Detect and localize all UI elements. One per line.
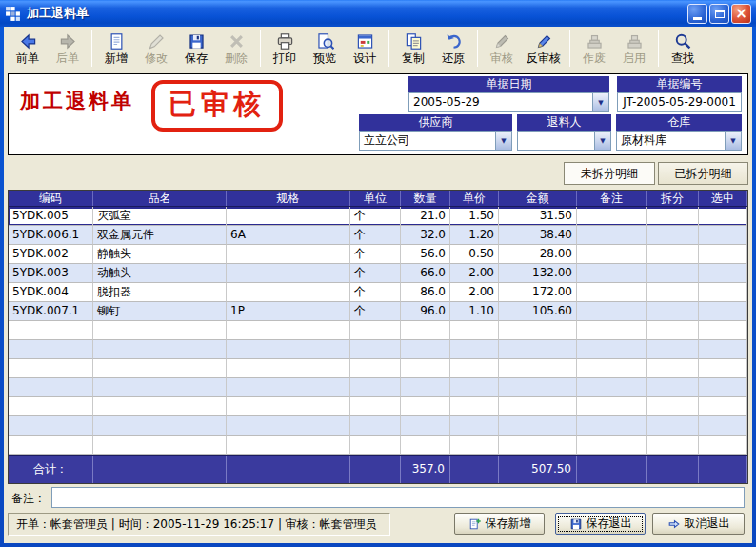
cell-qty[interactable]: 56.0 — [401, 245, 450, 264]
cell-selected[interactable] — [699, 283, 747, 302]
cell-split[interactable] — [647, 226, 699, 245]
cell-price[interactable]: 0.50 — [450, 245, 499, 264]
cell-code[interactable] — [9, 436, 93, 455]
cell-split[interactable] — [647, 245, 699, 264]
toolbar-copy-button[interactable]: 复制 — [393, 29, 433, 70]
cell-price[interactable] — [450, 436, 499, 455]
cell-unit[interactable] — [350, 436, 401, 455]
cancel-exit-button[interactable]: 取消退出 — [652, 513, 745, 535]
cell-qty[interactable]: 86.0 — [401, 283, 450, 302]
cell-spec[interactable] — [227, 397, 350, 416]
cell-price[interactable] — [450, 378, 499, 397]
cell-note[interactable] — [577, 264, 647, 283]
cell-name[interactable]: 动触头 — [93, 264, 227, 283]
returner-value[interactable] — [518, 132, 594, 150]
cell-unit[interactable]: 个 — [350, 226, 401, 245]
cell-spec[interactable] — [227, 245, 350, 264]
close-button[interactable]: × — [731, 4, 751, 24]
cell-split[interactable] — [647, 378, 699, 397]
cell-unit[interactable] — [350, 378, 401, 397]
cell-split[interactable] — [647, 302, 699, 321]
save-new-button[interactable]: 保存新增 — [454, 513, 545, 535]
cell-qty[interactable] — [401, 416, 450, 436]
cell-price[interactable]: 1.50 — [450, 207, 499, 226]
cell-amount[interactable] — [499, 397, 577, 416]
supplier-value[interactable]: 立立公司 — [360, 132, 495, 150]
cell-name[interactable] — [93, 321, 227, 340]
cell-unit[interactable] — [350, 359, 401, 378]
cell-qty[interactable] — [401, 340, 450, 359]
cell-unit[interactable]: 个 — [350, 302, 401, 321]
cell-spec[interactable] — [227, 207, 350, 226]
save-exit-button[interactable]: 保存退出 — [555, 513, 646, 535]
toolbar-find-button[interactable]: 查找 — [663, 29, 703, 70]
cell-split[interactable] — [647, 340, 699, 359]
date-value[interactable]: 2005-05-29 — [409, 93, 592, 111]
tab-split-details[interactable]: 已拆分明细 — [658, 162, 748, 185]
cell-note[interactable] — [577, 226, 647, 245]
cell-selected[interactable] — [699, 378, 747, 397]
cell-selected[interactable] — [699, 397, 747, 416]
table-row[interactable] — [9, 397, 747, 416]
cell-qty[interactable] — [401, 378, 450, 397]
cell-split[interactable] — [647, 397, 699, 416]
cell-spec[interactable] — [227, 416, 350, 436]
cell-selected[interactable] — [699, 245, 747, 264]
table-row[interactable]: 5YDK.006.1双金属元件6A个32.01.2038.40 — [9, 226, 747, 245]
cell-note[interactable] — [577, 321, 647, 340]
cell-note[interactable] — [577, 302, 647, 321]
cell-qty[interactable]: 32.0 — [401, 226, 450, 245]
cell-selected[interactable] — [699, 302, 747, 321]
toolbar-unaudit-button[interactable]: 反审核 — [522, 29, 566, 70]
cell-price[interactable]: 2.00 — [450, 264, 499, 283]
table-row[interactable]: 5YDK.005灭弧室个21.01.5031.50 — [9, 207, 747, 226]
table-row[interactable]: 5YDK.002静触头个56.00.5028.00 — [9, 245, 747, 264]
cell-code[interactable] — [9, 416, 93, 436]
cell-note[interactable] — [577, 283, 647, 302]
cell-name[interactable] — [93, 378, 227, 397]
cell-qty[interactable]: 96.0 — [401, 302, 450, 321]
cell-price[interactable] — [450, 359, 499, 378]
warehouse-value[interactable]: 原材料库 — [617, 132, 725, 150]
table-row[interactable] — [9, 416, 747, 436]
cell-unit[interactable] — [350, 340, 401, 359]
cell-note[interactable] — [577, 436, 647, 455]
cell-amount[interactable]: 28.00 — [499, 245, 577, 264]
cell-spec[interactable]: 6A — [227, 226, 350, 245]
returner-combo[interactable]: ▼ — [517, 131, 611, 151]
cell-spec[interactable] — [227, 264, 350, 283]
cell-unit[interactable]: 个 — [350, 264, 401, 283]
cell-split[interactable] — [647, 321, 699, 340]
table-row[interactable]: 5YDK.007.1铆钉1P个96.01.10105.60 — [9, 302, 747, 321]
cell-unit[interactable] — [350, 397, 401, 416]
warehouse-dropdown-button[interactable]: ▼ — [725, 132, 741, 150]
cell-note[interactable] — [577, 245, 647, 264]
cell-price[interactable] — [450, 321, 499, 340]
cell-price[interactable]: 1.20 — [450, 226, 499, 245]
cell-amount[interactable] — [499, 378, 577, 397]
cell-amount[interactable] — [499, 416, 577, 436]
cell-name[interactable] — [93, 340, 227, 359]
cell-selected[interactable] — [699, 436, 747, 455]
toolbar-restore-button[interactable]: 还原 — [433, 29, 473, 70]
supplier-combo[interactable]: 立立公司 ▼ — [359, 131, 512, 151]
cell-selected[interactable] — [699, 321, 747, 340]
cell-spec[interactable] — [227, 340, 350, 359]
toolbar-preview-button[interactable]: 预览 — [305, 29, 345, 70]
cell-selected[interactable] — [699, 416, 747, 436]
cell-code[interactable] — [9, 321, 93, 340]
cell-split[interactable] — [647, 436, 699, 455]
date-combo[interactable]: 2005-05-29 ▼ — [408, 92, 609, 112]
cell-selected[interactable] — [699, 226, 747, 245]
cell-split[interactable] — [647, 207, 699, 226]
toolbar-print-button[interactable]: 打印 — [265, 29, 305, 70]
toolbar-new-button[interactable]: 新增 — [96, 29, 136, 70]
table-row[interactable] — [9, 436, 747, 455]
cell-code[interactable]: 5YDK.005 — [9, 207, 93, 226]
cell-code[interactable] — [9, 359, 93, 378]
cell-unit[interactable] — [350, 416, 401, 436]
cell-amount[interactable]: 132.00 — [499, 264, 577, 283]
cell-price[interactable] — [450, 340, 499, 359]
cell-selected[interactable] — [699, 264, 747, 283]
table-row[interactable] — [9, 359, 747, 378]
